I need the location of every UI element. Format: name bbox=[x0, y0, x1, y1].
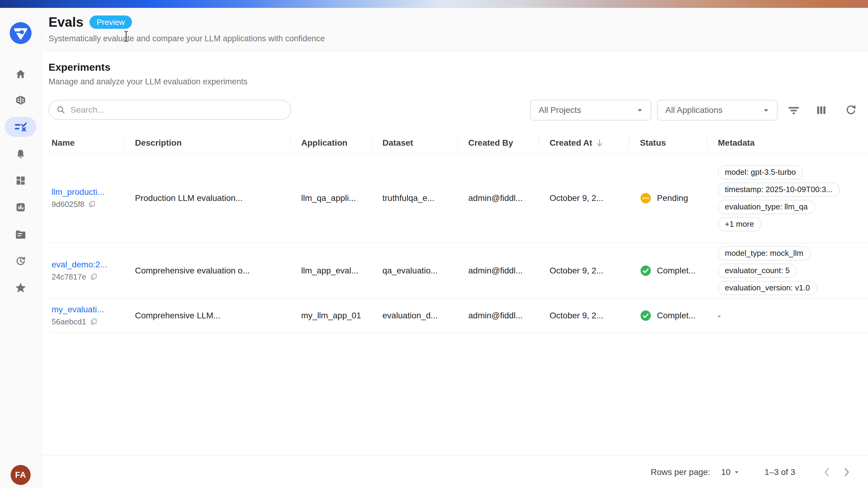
cell-dataset: truthfulqa_e... bbox=[372, 153, 457, 243]
experiments-title: Experiments bbox=[49, 61, 868, 73]
rows-per-page-label: Rows per page: bbox=[651, 467, 710, 477]
status-label: Complet... bbox=[657, 311, 696, 320]
chevron-down-icon bbox=[637, 108, 643, 112]
previous-page-button[interactable] bbox=[819, 464, 835, 480]
brain-icon bbox=[15, 95, 26, 105]
bar-chart-icon bbox=[15, 202, 26, 213]
toolbar: All Projects All Applications bbox=[49, 100, 868, 121]
experiment-name-link[interactable]: eval_demo:2... bbox=[52, 260, 107, 269]
application-filter-select[interactable]: All Applications bbox=[657, 100, 778, 120]
col-header-application[interactable]: Application bbox=[290, 132, 372, 153]
search-input[interactable] bbox=[70, 105, 283, 115]
col-header-dataset[interactable]: Dataset bbox=[372, 132, 457, 153]
main-content: Evals Preview Systematically evaluate an… bbox=[41, 8, 868, 488]
home-icon bbox=[15, 68, 26, 80]
col-header-name[interactable]: Name bbox=[49, 132, 124, 153]
table-row[interactable]: llm_producti... 9d6025f8 Production LLM … bbox=[49, 153, 868, 243]
page-subtitle: Systematically evaluate and compare your… bbox=[49, 34, 868, 44]
cell-dataset: qa_evaluatio... bbox=[372, 243, 457, 298]
next-page-button[interactable] bbox=[839, 464, 855, 480]
status-pending-icon bbox=[640, 193, 651, 204]
copy-icon[interactable] bbox=[90, 273, 98, 281]
pagination-range: 1–3 of 3 bbox=[765, 467, 795, 477]
cell-status: Pending bbox=[629, 153, 707, 243]
col-header-description[interactable]: Description bbox=[124, 132, 290, 153]
cell-application: my_llm_app_01 bbox=[290, 298, 372, 333]
col-header-metadata[interactable]: Metadata bbox=[707, 132, 868, 153]
col-header-created-at[interactable]: Created At bbox=[539, 132, 629, 153]
user-avatar[interactable]: FA bbox=[11, 465, 31, 485]
col-header-status[interactable]: Status bbox=[629, 132, 707, 153]
project-filter-select[interactable]: All Projects bbox=[530, 100, 651, 120]
experiment-name-link[interactable]: my_evaluati... bbox=[52, 305, 104, 314]
bell-icon bbox=[16, 148, 26, 159]
sidebar-item-projects[interactable] bbox=[15, 229, 26, 240]
cell-status: Complet... bbox=[629, 243, 707, 298]
table-row[interactable]: eval_demo:2... 24c7817e Comprehensive ev… bbox=[49, 243, 868, 298]
sidebar-item-charts[interactable] bbox=[15, 202, 26, 213]
sidebar-item-dashboards[interactable] bbox=[15, 175, 26, 186]
cell-created-by: admin@fiddl... bbox=[457, 243, 539, 298]
copy-icon[interactable] bbox=[88, 200, 96, 208]
metadata-chip: timestamp: 2025-10-09T00:3... bbox=[718, 183, 840, 197]
cell-metadata: model: gpt-3.5-turbo timestamp: 2025-10-… bbox=[707, 153, 868, 243]
metadata-chip: evaluation_version: v1.0 bbox=[718, 281, 817, 295]
status-label: Pending bbox=[657, 193, 688, 203]
page-header: Evals Preview Systematically evaluate an… bbox=[41, 8, 868, 52]
sidebar-item-alerts[interactable] bbox=[16, 148, 26, 159]
cell-metadata: model_type: mock_llm evaluator_count: 5 … bbox=[707, 243, 868, 298]
rows-per-page-select[interactable]: 10 bbox=[721, 467, 739, 477]
cell-created-at: October 9, 2... bbox=[539, 243, 629, 298]
folder-icon bbox=[15, 229, 26, 240]
status-label: Complet... bbox=[657, 266, 696, 276]
application-filter-value: All Applications bbox=[665, 105, 722, 115]
history-icon bbox=[15, 256, 26, 266]
refresh-button[interactable] bbox=[843, 102, 859, 118]
experiment-id: 24c7817e bbox=[52, 272, 86, 282]
experiment-id: 9d6025f8 bbox=[52, 200, 84, 209]
experiments-section-header: Experiments Manage and analyze your LLM … bbox=[49, 61, 868, 86]
experiments-table: Name Description Application Dataset Cre… bbox=[49, 132, 868, 333]
star-icon bbox=[15, 282, 26, 293]
col-header-created-by[interactable]: Created By bbox=[457, 132, 539, 153]
rows-per-page-value: 10 bbox=[721, 467, 731, 477]
filter-icon bbox=[787, 104, 800, 117]
status-complete-icon bbox=[640, 265, 651, 277]
metadata-empty: - bbox=[718, 311, 721, 320]
cell-application: llm_qa_appli... bbox=[290, 153, 372, 243]
fiddler-logo[interactable] bbox=[9, 22, 32, 45]
metadata-chip: model_type: mock_llm bbox=[718, 247, 810, 260]
copy-icon[interactable] bbox=[90, 318, 98, 326]
cell-created-at: October 9, 2... bbox=[539, 298, 629, 333]
evals-icon bbox=[14, 121, 27, 132]
experiment-name-link[interactable]: llm_producti... bbox=[52, 187, 104, 197]
search-icon bbox=[56, 105, 65, 115]
metadata-chip: evaluation_type: llm_qa bbox=[718, 200, 815, 214]
cell-metadata: - bbox=[707, 298, 868, 333]
cell-created-by: admin@fiddl... bbox=[457, 298, 539, 333]
sidebar-item-history[interactable] bbox=[15, 256, 26, 266]
table-row[interactable]: my_evaluati... 56aebcd1 Comprehensive LL… bbox=[49, 298, 868, 333]
experiment-id: 56aebcd1 bbox=[52, 317, 86, 326]
table-header-row: Name Description Application Dataset Cre… bbox=[49, 132, 868, 153]
refresh-icon bbox=[845, 104, 857, 116]
cell-description: Production LLM evaluation... bbox=[124, 153, 290, 243]
metadata-chip: model: gpt-3.5-turbo bbox=[718, 165, 803, 179]
columns-icon bbox=[815, 104, 827, 116]
status-complete-icon bbox=[640, 310, 651, 321]
top-gradient-bar bbox=[0, 0, 868, 8]
sidebar-item-favorites[interactable] bbox=[15, 282, 26, 293]
cell-application: llm_app_eval... bbox=[290, 243, 372, 298]
search-box[interactable] bbox=[49, 100, 291, 120]
project-filter-value: All Projects bbox=[539, 105, 581, 115]
col-header-created-at-label: Created At bbox=[550, 138, 592, 148]
filter-button[interactable] bbox=[786, 102, 802, 118]
sidebar-item-models[interactable] bbox=[15, 95, 26, 105]
columns-button[interactable] bbox=[813, 102, 829, 118]
sidebar-item-home[interactable] bbox=[15, 68, 26, 80]
metadata-more-chip[interactable]: +1 more bbox=[718, 217, 761, 231]
sidebar-item-evals[interactable] bbox=[5, 117, 36, 137]
pagination-footer: Rows per page: 10 1–3 of 3 bbox=[41, 455, 868, 488]
chevron-down-icon bbox=[734, 470, 739, 474]
cell-status: Complet... bbox=[629, 298, 707, 333]
